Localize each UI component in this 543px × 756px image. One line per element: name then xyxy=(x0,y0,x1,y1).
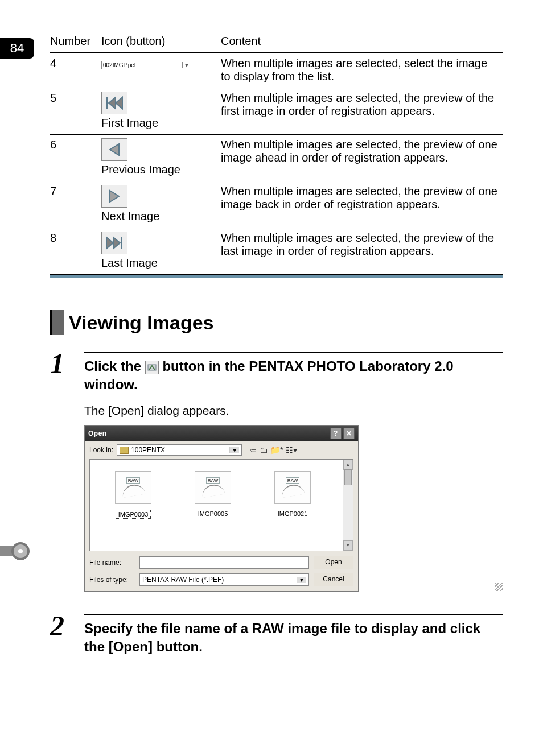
open-tool-icon xyxy=(145,361,159,374)
first-image-icon xyxy=(101,92,127,114)
step-number: 2 xyxy=(50,614,64,637)
svg-marker-1 xyxy=(109,97,116,109)
help-button[interactable]: ? xyxy=(330,428,342,439)
cell-number: 6 xyxy=(50,135,101,181)
cell-number: 8 xyxy=(50,228,101,275)
table-row: 7 Next Image When multiple images are se… xyxy=(50,181,503,228)
cell-content: When multiple images are selected, the p… xyxy=(221,135,503,181)
col-header-content: Content xyxy=(221,31,503,53)
dialog-title: Open xyxy=(88,429,107,437)
cell-content: When multiple images are selected, the p… xyxy=(221,88,503,135)
new-folder-icon[interactable]: 📁* xyxy=(270,445,283,455)
file-list[interactable]: RAW IMGP0003 RAW IMGP0005 RAW IMGP0021 xyxy=(89,459,353,551)
chevron-down-icon: ▼ xyxy=(182,62,191,68)
cell-number: 5 xyxy=(50,88,101,135)
cell-number: 7 xyxy=(50,181,101,228)
raw-badge: RAW xyxy=(286,477,300,484)
page-number: 84 xyxy=(0,38,34,59)
file-thumbnail: RAW xyxy=(115,471,151,504)
section-heading-text: Viewing Images xyxy=(69,310,213,335)
cell-content: When multiple images are selected, selec… xyxy=(221,53,503,88)
files-of-type-dropdown[interactable]: PENTAX RAW File (*.PEF) ▼ xyxy=(139,573,309,586)
scroll-up-icon[interactable]: ▴ xyxy=(343,460,353,470)
open-button[interactable]: Open xyxy=(314,556,353,569)
col-header-number: Number xyxy=(50,31,101,53)
resize-grip-icon[interactable] xyxy=(495,583,503,591)
svg-marker-3 xyxy=(110,144,119,155)
step-1: 1 Click the button in the PENTAX PHOTO L… xyxy=(50,352,503,592)
file-name-input[interactable] xyxy=(139,556,309,569)
chevron-down-icon[interactable]: ▼ xyxy=(297,577,306,583)
file-thumbnail: RAW xyxy=(195,471,231,504)
icon-label: First Image xyxy=(101,117,216,130)
icon-description-table: Number Icon (button) Content 4 002IMGP.p… xyxy=(50,31,503,275)
side-thumb-tab xyxy=(0,542,30,560)
table-row: 6 Previous Image When multiple images ar… xyxy=(50,135,503,181)
close-button[interactable]: ✕ xyxy=(343,428,355,439)
svg-rect-7 xyxy=(121,237,122,249)
table-row: 4 002IMGP.pef ▼ When multiple images are… xyxy=(50,53,503,88)
cell-content: When multiple images are selected, the p… xyxy=(221,181,503,228)
icon-label: Last Image xyxy=(101,257,216,270)
open-dialog: Open ? ✕ Look in: 100PENTX ▼ ⇦ 🗀 � xyxy=(84,425,359,592)
svg-marker-4 xyxy=(110,191,119,202)
dropdown-text: 002IMGP.pef xyxy=(103,62,136,68)
file-item[interactable]: RAW IMGP0021 xyxy=(264,471,321,547)
section-heading: Viewing Images xyxy=(50,310,503,335)
step-2: 2 Specify the file name of a RAW image f… xyxy=(50,614,503,656)
files-of-type-value: PENTAX RAW File (*.PEF) xyxy=(142,576,224,584)
table-row: 8 Last Image When multiple images are se… xyxy=(50,228,503,275)
lookin-dropdown[interactable]: 100PENTX ▼ xyxy=(117,444,242,456)
files-of-type-label: Files of type: xyxy=(89,576,135,584)
lookin-value: 100PENTX xyxy=(131,446,165,454)
svg-marker-2 xyxy=(116,97,122,109)
icon-label: Next Image xyxy=(101,210,216,223)
previous-image-icon xyxy=(101,138,127,161)
file-item[interactable]: RAW IMGP0003 xyxy=(105,471,162,547)
next-image-icon xyxy=(101,185,127,208)
table-row: 5 First Image When multiple images are s… xyxy=(50,88,503,135)
last-image-icon xyxy=(101,232,127,254)
image-list-dropdown-icon: 002IMGP.pef ▼ xyxy=(101,61,192,69)
file-name[interactable]: IMGP0021 xyxy=(275,510,310,518)
icon-label: Previous Image xyxy=(101,163,216,176)
raw-badge: RAW xyxy=(206,477,220,484)
scroll-down-icon[interactable]: ▾ xyxy=(343,540,353,551)
lookin-label: Look in: xyxy=(89,446,113,454)
step-title-text-before: Click the xyxy=(84,358,145,374)
file-name-label: File name: xyxy=(89,559,135,567)
file-name[interactable]: IMGP0005 xyxy=(196,510,231,518)
file-name-selected[interactable]: IMGP0003 xyxy=(116,510,151,519)
cell-number: 4 xyxy=(50,53,101,88)
svg-marker-6 xyxy=(113,237,120,249)
step-title: Specify the file name of a RAW image fil… xyxy=(84,619,503,656)
svg-marker-5 xyxy=(106,237,113,249)
back-icon[interactable]: ⇦ xyxy=(250,445,257,455)
cell-content: When multiple images are selected, the p… xyxy=(221,228,503,275)
cancel-button[interactable]: Cancel xyxy=(314,573,353,586)
step-title: Click the button in the PENTAX PHOTO Lab… xyxy=(84,357,503,394)
col-header-icon: Icon (button) xyxy=(101,31,221,53)
raw-badge: RAW xyxy=(126,477,141,484)
folder-icon xyxy=(120,447,129,454)
step-body: The [Open] dialog appears. xyxy=(84,404,503,418)
scroll-thumb[interactable] xyxy=(344,469,352,485)
chevron-down-icon[interactable]: ▼ xyxy=(229,447,239,453)
step-number: 1 xyxy=(50,352,64,375)
up-one-level-icon[interactable]: 🗀 xyxy=(260,445,268,455)
file-thumbnail: RAW xyxy=(274,471,311,504)
scrollbar[interactable]: ▴ ▾ xyxy=(343,460,353,551)
view-menu-icon[interactable]: ☷▾ xyxy=(286,445,297,455)
file-item[interactable]: RAW IMGP0005 xyxy=(184,471,241,547)
dialog-title-bar: Open ? ✕ xyxy=(85,426,358,441)
